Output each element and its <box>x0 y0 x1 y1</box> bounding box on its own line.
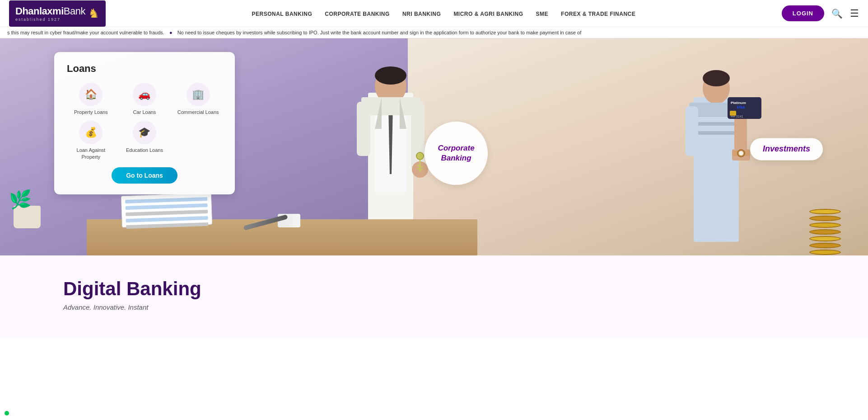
svg-point-14 <box>375 66 406 85</box>
digital-banking-subtitle: Advance. Innovative. Instant <box>63 303 805 311</box>
notebook-line-2 <box>126 210 208 216</box>
digital-banking-title: Digital Banking <box>63 278 805 300</box>
menu-button[interactable]: ☰ <box>850 9 859 19</box>
search-button[interactable]: 🔍 <box>831 8 843 19</box>
coin-1 <box>809 243 841 248</box>
svg-rect-11 <box>357 102 370 156</box>
coin-4 <box>809 222 841 228</box>
notebook-line-0 <box>125 197 207 203</box>
nav-item-corporate-banking[interactable]: CORPORATE BANKING <box>325 9 390 18</box>
commercial-loans-icon: 🏢 <box>187 83 210 106</box>
svg-rect-33 <box>686 106 698 156</box>
notebook-lines <box>121 193 212 233</box>
loan-against-property-icon: 💰 <box>79 121 103 144</box>
loan-item-loan-against-property[interactable]: 💰 Loan Against Property <box>67 121 115 160</box>
navbar: DhanlaxmiBank established 1927 ♞ PERSONA… <box>0 0 868 27</box>
loan-item-property-loans[interactable]: 🏠 Property Loans <box>67 83 115 115</box>
ticker-text-1: s this may result in cyber fraud/make yo… <box>7 30 164 35</box>
nav-links: PERSONAL BANKING CORPORATE BANKING NRI B… <box>106 9 782 18</box>
nav-item-forex-trade-finance[interactable]: FOREX & TRADE FINANCE <box>561 9 635 18</box>
property-loans-label: Property Loans <box>74 109 108 115</box>
notebook-on-desk <box>121 193 212 228</box>
coin-3 <box>809 229 841 235</box>
coin-5 <box>809 216 841 221</box>
nav-right: LOGIN 🔍 ☰ <box>782 5 859 21</box>
plant-decoration: 🌿 <box>14 206 41 228</box>
nav-item-sme[interactable]: SME <box>536 9 549 18</box>
svg-text:•••• 3141: •••• 3141 <box>731 115 743 118</box>
car-loans-icon: 🚗 <box>133 83 156 106</box>
svg-rect-5 <box>411 102 425 170</box>
corporate-banking-bubble[interactable]: Corporate Banking <box>425 122 488 185</box>
hamburger-icon: ☰ <box>850 8 859 19</box>
coin-0 <box>809 250 841 255</box>
investments-bubble-text: Investments <box>763 144 810 153</box>
hero-section: Platinum Visa •••• 3141 🌿 Loans <box>0 38 868 255</box>
svg-point-32 <box>739 151 743 156</box>
login-button[interactable]: LOGIN <box>782 5 824 21</box>
svg-rect-18 <box>694 122 739 126</box>
education-loans-label: Education Loans <box>126 147 163 153</box>
bank-established: established 1927 <box>15 17 85 22</box>
loan-item-commercial-loans[interactable]: 🏢 Commercial Loans <box>174 83 222 115</box>
bank-icon: ♞ <box>88 6 99 21</box>
ticker-text-2: No need to issue cheques by investors wh… <box>177 30 582 35</box>
svg-rect-19 <box>694 131 739 135</box>
nav-item-personal-banking[interactable]: PERSONAL BANKING <box>252 9 312 18</box>
loans-card: Loans 🏠 Property Loans 🚗 Car Loans 🏢 Com… <box>54 52 235 194</box>
search-icon: 🔍 <box>831 9 843 19</box>
notebook-line-3 <box>126 216 208 222</box>
notebook-line-1 <box>126 203 208 210</box>
commercial-loans-label: Commercial Loans <box>177 109 219 115</box>
svg-point-7 <box>416 152 424 160</box>
loan-items-grid: 🏠 Property Loans 🚗 Car Loans 🏢 Commercia… <box>67 83 222 160</box>
loan-item-car-loans[interactable]: 🚗 Car Loans <box>121 83 169 115</box>
loan-item-education-loans[interactable]: 🎓 Education Loans <box>121 121 169 160</box>
corporate-bubble-text: Corporate Banking <box>438 143 474 163</box>
svg-point-21 <box>703 70 730 86</box>
digital-banking-section: Digital Banking Advance. Innovative. Ins… <box>0 255 868 338</box>
person-card-svg: Platinum Visa •••• 3141 <box>671 52 761 242</box>
coin-2 <box>809 236 841 241</box>
nav-item-nri-banking[interactable]: NRI BANKING <box>402 9 441 18</box>
notebook-line-4 <box>126 222 208 229</box>
nav-item-micro-agri-banking[interactable]: MICRO & AGRI BANKING <box>453 9 523 18</box>
ticker-bar: s this may result in cyber fraud/make yo… <box>0 27 868 38</box>
svg-text:Visa: Visa <box>737 105 745 109</box>
coins-stack <box>809 209 841 255</box>
bank-name: DhanlaxmiBank <box>15 5 85 17</box>
loans-card-title: Loans <box>67 63 222 75</box>
property-loans-icon: 🏠 <box>79 83 103 106</box>
investments-bubble[interactable]: Investments <box>750 138 823 160</box>
plant-leaves: 🌿 <box>9 189 32 210</box>
loan-against-property-label: Loan Against Property <box>67 147 115 160</box>
svg-text:Platinum: Platinum <box>731 101 746 105</box>
education-loans-icon: 🎓 <box>133 121 156 144</box>
car-loans-label: Car Loans <box>133 109 156 115</box>
coin-6 <box>809 209 841 214</box>
ticker-dot: ● <box>169 30 173 35</box>
bank-logo[interactable]: DhanlaxmiBank established 1927 ♞ <box>9 0 106 27</box>
go-to-loans-button[interactable]: Go to Loans <box>112 167 177 184</box>
